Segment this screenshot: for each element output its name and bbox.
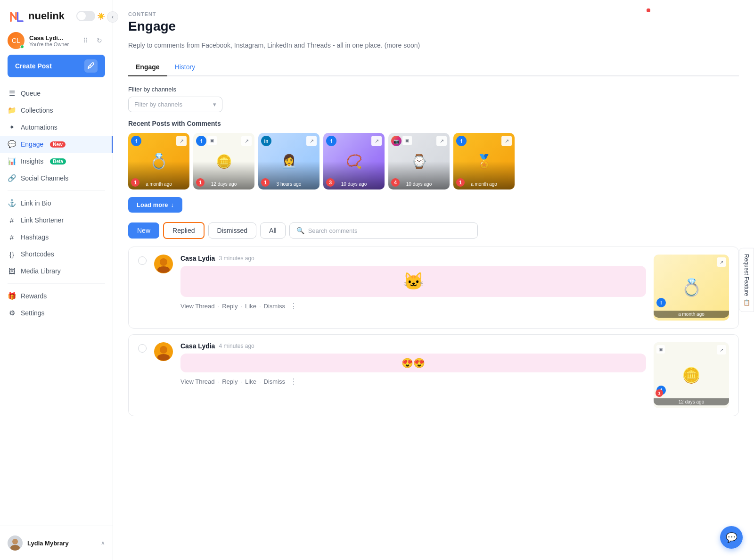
hashtags-icon: # — [8, 233, 16, 241]
workspace-grid-button[interactable]: ⠿ — [80, 35, 91, 46]
external-link-icon[interactable]: ↗ — [176, 136, 187, 146]
filter-all-button[interactable]: All — [260, 222, 286, 239]
sidebar-item-link-in-bio[interactable]: ⚓ Link in Bio — [0, 195, 113, 212]
sidebar-item-settings[interactable]: ⚙ Settings — [0, 305, 113, 321]
multi-icon-preview-2: ▣ — [656, 345, 665, 354]
reply-link-2[interactable]: Reply — [222, 378, 238, 385]
comment-time-2: 4 minutes ago — [219, 343, 254, 349]
tab-engage[interactable]: Engage — [128, 58, 167, 76]
svg-point-5 — [157, 354, 170, 361]
chat-bubble-button[interactable]: 💬 — [720, 526, 743, 549]
insights-beta-badge: Beta — [50, 158, 66, 165]
main-content: CONTENT Engage Reply to comments from Fa… — [113, 0, 754, 560]
sidebar-item-label: Hashtags — [21, 233, 49, 241]
comment-body-2: Casa Lydia 4 minutes ago 😍😍 View Thread … — [180, 342, 646, 386]
external-icon-preview-1[interactable]: ↗ — [717, 257, 726, 267]
user-menu[interactable]: Lydia Mybrary ∧ — [0, 532, 113, 554]
sidebar-item-shortcodes[interactable]: {} Shortcodes — [0, 246, 113, 263]
comment-select-checkbox-2[interactable] — [138, 344, 147, 353]
search-comments-input[interactable]: 🔍 Search comments — [289, 222, 478, 239]
sidebar-header: nuelink ☀️ — [0, 0, 113, 28]
post-thumb-2[interactable]: 🪙 f ▣ ↗ 1 12 days ago — [193, 133, 254, 189]
external-link-icon-5[interactable]: ↗ — [436, 136, 447, 146]
sidebar-item-label: Settings — [21, 309, 45, 317]
post-thumb-4[interactable]: 📿 f ↗ 3 10 days ago — [323, 133, 385, 189]
post-thumb-5[interactable]: ⌚ 📷 ▣ ↗ 4 10 days ago — [388, 133, 450, 189]
post-thumb-1[interactable]: 💍 f ↗ 1 a month ago — [128, 133, 189, 189]
rewards-icon: 🎁 — [8, 292, 16, 300]
post-time-4: 10 days ago — [323, 181, 385, 187]
svg-point-1 — [10, 545, 20, 551]
comment-body-1: Casa Lydia 3 minutes ago 🐱 View Thread ·… — [180, 255, 646, 311]
sidebar-item-link-shortener[interactable]: # Link Shortener — [0, 212, 113, 229]
comment-content-2: 😍😍 — [180, 354, 646, 372]
online-indicator — [20, 45, 24, 49]
post-thumb-3[interactable]: 👩‍💼 in ↗ 1 3 hours ago — [258, 133, 320, 189]
filter-channels-select[interactable]: Filter by channels ▾ — [128, 97, 222, 112]
sidebar-item-social-channels[interactable]: 🔗 Social Channels — [0, 170, 113, 187]
comment-sticker-1: 🐱 — [403, 272, 424, 291]
workspace-avatar: CL — [8, 32, 25, 49]
post-thumb-6[interactable]: 🏅 f ↗ 1 a month ago — [453, 133, 515, 189]
sidebar-item-queue[interactable]: ☰ Queue — [0, 85, 113, 102]
sidebar-item-automations[interactable]: ✦ Automations — [0, 119, 113, 136]
like-link-2[interactable]: Like — [245, 378, 256, 385]
sidebar-item-label: Queue — [21, 90, 41, 97]
filter-new-button[interactable]: New — [128, 222, 159, 239]
platform-icon-preview-1: f — [656, 298, 666, 307]
external-link-icon-4[interactable]: ↗ — [371, 136, 382, 146]
request-feature-sidebar[interactable]: Request Feature 📋 — [739, 248, 754, 312]
post-preview-1[interactable]: 💍 f ↗ a month ago — [654, 255, 729, 321]
comment-select-checkbox-1[interactable] — [138, 256, 147, 265]
link-in-bio-icon: ⚓ — [8, 199, 16, 207]
filter-dismissed-button[interactable]: Dismissed — [208, 222, 257, 239]
comment-time-1: 3 minutes ago — [219, 255, 254, 262]
platform-icon-facebook: f — [131, 136, 141, 146]
like-link-1[interactable]: Like — [245, 303, 256, 310]
post-preview-time-1: a month ago — [654, 311, 729, 318]
view-thread-link-1[interactable]: View Thread — [180, 303, 215, 310]
sidebar-item-rewards[interactable]: 🎁 Rewards — [0, 288, 113, 305]
external-link-icon-3[interactable]: ↗ — [306, 136, 317, 146]
post-preview-time-2: 12 days ago — [654, 398, 729, 405]
sidebar-item-media-library[interactable]: 🖼 Media Library — [0, 263, 113, 280]
sidebar-item-collections[interactable]: 📁 Collections — [0, 102, 113, 119]
post-time-5: 10 days ago — [388, 181, 450, 187]
dismiss-link-2[interactable]: Dismiss — [264, 378, 286, 385]
toggle-switch[interactable] — [76, 11, 95, 21]
platform-icon-facebook-2: f — [196, 136, 206, 146]
sidebar-item-hashtags[interactable]: # Hashtags — [0, 229, 113, 246]
external-link-icon-2[interactable]: ↗ — [241, 136, 252, 146]
post-preview-2[interactable]: 🪙 f ▣ ↗ 1 12 days ago — [654, 342, 729, 408]
workspace-refresh-button[interactable]: ↻ — [94, 35, 105, 46]
create-post-icon: 🖊 — [84, 59, 98, 73]
main-tabs: Engage History — [128, 58, 739, 76]
load-more-button[interactable]: Load more ↓ — [128, 197, 182, 213]
search-icon: 🔍 — [296, 227, 304, 234]
external-icon-preview-2[interactable]: ↗ — [717, 345, 726, 354]
comment-more-button-2[interactable]: ⋮ — [290, 377, 297, 386]
dismiss-link-1[interactable]: Dismiss — [264, 303, 286, 310]
user-name: Lydia Mybrary — [27, 540, 96, 547]
nav-section: ☰ Queue 📁 Collections ✦ Automations 💬 En… — [0, 85, 113, 526]
logo-icon — [8, 8, 25, 25]
comment-more-button-1[interactable]: ⋮ — [290, 302, 297, 311]
sidebar-item-label: Media Library — [21, 267, 61, 275]
collapse-sidebar-button[interactable]: ‹ — [107, 11, 118, 23]
external-link-icon-6[interactable]: ↗ — [501, 136, 512, 146]
workspace-section: CL Casa Lydi... You're the Owner ⠿ ↻ — [0, 28, 113, 55]
create-post-button[interactable]: Create Post 🖊 — [8, 55, 105, 77]
sidebar-item-label: Engage — [21, 140, 43, 148]
unread-indicator-2 — [647, 8, 650, 12]
multi-icon-5: ▣ — [402, 136, 412, 145]
logo-text: nuelink — [28, 10, 65, 22]
theme-toggle[interactable]: ☀️ — [76, 11, 105, 21]
reply-link-1[interactable]: Reply — [222, 303, 238, 310]
sidebar-item-engage[interactable]: 💬 Engage New — [0, 136, 113, 153]
sidebar-item-insights[interactable]: 📊 Insights Beta — [0, 153, 113, 170]
sidebar-item-label: Link in Bio — [21, 199, 51, 207]
tab-history[interactable]: History — [167, 58, 203, 76]
comment-emoji-text-2: 😍😍 — [402, 357, 425, 369]
view-thread-link-2[interactable]: View Thread — [180, 378, 215, 385]
filter-replied-button[interactable]: Replied — [163, 222, 204, 239]
